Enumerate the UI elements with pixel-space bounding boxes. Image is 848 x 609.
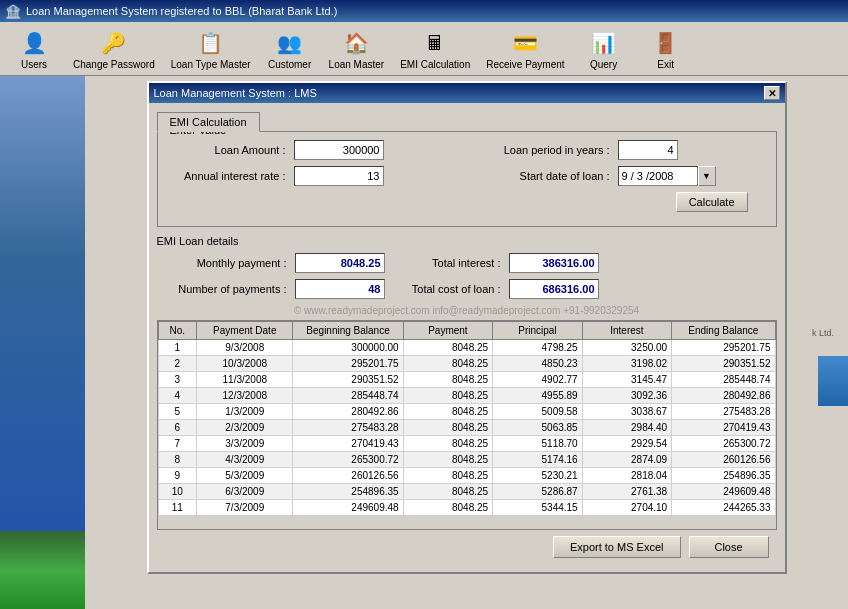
table-cell: 4955.89	[493, 388, 583, 404]
dialog-close-button[interactable]: ✕	[764, 86, 780, 100]
table-row: 95/3/2009260126.568048.255230.212818.042…	[158, 468, 775, 484]
emi-details-row2: Number of payments : Total cost of loan …	[157, 279, 777, 299]
loan-amount-input[interactable]	[294, 140, 384, 160]
table-row: 19/3/2008300000.008048.254798.253250.002…	[158, 340, 775, 356]
table-cell: 4902.77	[493, 372, 583, 388]
table-cell: 8048.25	[403, 356, 493, 372]
table-cell: 260126.56	[672, 452, 775, 468]
annual-rate-row: Annual interest rate : Start date of loa…	[166, 166, 768, 186]
table-row: 210/3/2008295201.758048.254850.233198.02…	[158, 356, 775, 372]
table-cell: 5/3/2009	[197, 468, 293, 484]
num-payments-label: Number of payments :	[157, 283, 287, 295]
loan-period-input[interactable]	[618, 140, 678, 160]
dialog-titlebar: Loan Management System : LMS ✕	[149, 83, 785, 103]
tab-emi-calculation[interactable]: EMI Calculation	[157, 112, 260, 132]
table-row: 311/3/2008290351.528048.254902.773145.47…	[158, 372, 775, 388]
table-container: No. Payment Date Beginning Balance Payme…	[157, 320, 777, 530]
emi-details-row1: Monthly payment : Total interest :	[157, 253, 777, 273]
table-cell: 1	[158, 340, 197, 356]
table-cell: 285448.74	[672, 372, 775, 388]
table-row: 412/3/2008285448.748048.254955.893092.36…	[158, 388, 775, 404]
table-cell: 8048.25	[403, 468, 493, 484]
dialog-content: EMI Calculation Enter Value Loan Amount …	[149, 103, 785, 572]
close-button[interactable]: Close	[689, 536, 769, 558]
title-bar-text: Loan Management System registered to BBL…	[26, 5, 337, 17]
annual-rate-label: Annual interest rate :	[166, 170, 286, 182]
table-cell: 244265.33	[672, 500, 775, 516]
table-body: 19/3/2008300000.008048.254798.253250.002…	[158, 340, 775, 516]
monthly-payment-row: Monthly payment :	[157, 253, 385, 273]
table-row: 51/3/2009280492.868048.255009.583038.672…	[158, 404, 775, 420]
loan-type-master-button[interactable]: 📋 Loan Type Master	[164, 24, 258, 73]
table-cell: 8048.25	[403, 452, 493, 468]
customer-button[interactable]: 👥 Customer	[260, 24, 320, 73]
table-cell: 3145.47	[582, 372, 672, 388]
table-cell: 6/3/2009	[197, 484, 293, 500]
date-dropdown-button[interactable]: ▼	[698, 166, 716, 186]
table-cell: 8048.25	[403, 372, 493, 388]
users-icon: 👤	[18, 27, 50, 59]
table-cell: 10/3/2008	[197, 356, 293, 372]
total-cost-row: Total cost of loan :	[401, 279, 599, 299]
table-cell: 9/3/2008	[197, 340, 293, 356]
loan-amount-label: Loan Amount :	[166, 144, 286, 156]
start-date-input[interactable]	[618, 166, 698, 186]
table-cell: 275483.28	[672, 404, 775, 420]
table-cell: 8048.25	[403, 340, 493, 356]
dialog-container: Loan Management System : LMS ✕ EMI Calcu…	[85, 76, 848, 609]
amortization-table: No. Payment Date Beginning Balance Payme…	[158, 321, 776, 516]
table-cell: 254896.35	[293, 484, 403, 500]
table-cell: 8048.25	[403, 436, 493, 452]
export-button[interactable]: Export to MS Excel	[553, 536, 681, 558]
col-beginning-balance: Beginning Balance	[293, 322, 403, 340]
table-cell: 3038.67	[582, 404, 672, 420]
loan-type-master-icon: 📋	[195, 27, 227, 59]
loan-master-icon: 🏠	[340, 27, 372, 59]
table-cell: 3/3/2009	[197, 436, 293, 452]
table-header-row: No. Payment Date Beginning Balance Payme…	[158, 322, 775, 340]
table-cell: 2	[158, 356, 197, 372]
calculate-row: Calculate	[166, 192, 768, 212]
table-cell: 4	[158, 388, 197, 404]
table-cell: 5009.58	[493, 404, 583, 420]
annual-rate-input[interactable]	[294, 166, 384, 186]
title-bar-icon: 🏦	[5, 4, 21, 19]
change-password-icon: 🔑	[98, 27, 130, 59]
table-cell: 5174.16	[493, 452, 583, 468]
table-cell: 254896.35	[672, 468, 775, 484]
monthly-payment-label: Monthly payment :	[157, 257, 287, 269]
table-cell: 2984.40	[582, 420, 672, 436]
col-interest: Interest	[582, 322, 672, 340]
table-cell: 1/3/2009	[197, 404, 293, 420]
table-cell: 290351.52	[293, 372, 403, 388]
emi-details-section: EMI Loan details Monthly payment : Total…	[157, 235, 777, 299]
col-ending-balance: Ending Balance	[672, 322, 775, 340]
change-password-button[interactable]: 🔑 Change Password	[66, 24, 162, 73]
loan-master-button[interactable]: 🏠 Loan Master	[322, 24, 392, 73]
loan-amount-row: Loan Amount : Loan period in years :	[166, 140, 768, 160]
table-cell: 280492.86	[672, 388, 775, 404]
query-button[interactable]: 📊 Query	[574, 24, 634, 73]
table-cell: 260126.56	[293, 468, 403, 484]
right-side-label: k Ltd.	[810, 326, 836, 340]
table-cell: 5	[158, 404, 197, 420]
table-cell: 280492.86	[293, 404, 403, 420]
receive-payment-button[interactable]: 💳 Receive Payment	[479, 24, 571, 73]
col-payment: Payment	[403, 322, 493, 340]
sidebar-top	[0, 76, 85, 531]
table-cell: 3092.36	[582, 388, 672, 404]
table-scroll[interactable]: No. Payment Date Beginning Balance Payme…	[158, 321, 776, 529]
table-cell: 285448.74	[293, 388, 403, 404]
table-cell: 11	[158, 500, 197, 516]
tab-bar: EMI Calculation	[157, 111, 777, 131]
emi-calculation-button[interactable]: 🖩 EMI Calculation	[393, 24, 477, 73]
table-cell: 6	[158, 420, 197, 436]
table-cell: 8048.25	[403, 420, 493, 436]
query-icon: 📊	[588, 27, 620, 59]
calculate-button[interactable]: Calculate	[676, 192, 748, 212]
exit-button[interactable]: 🚪 Exit	[636, 24, 696, 73]
table-cell: 270419.43	[672, 420, 775, 436]
total-cost-value	[509, 279, 599, 299]
toolbar: 👤 Users 🔑 Change Password 📋 Loan Type Ma…	[0, 22, 848, 76]
users-button[interactable]: 👤 Users	[4, 24, 64, 73]
